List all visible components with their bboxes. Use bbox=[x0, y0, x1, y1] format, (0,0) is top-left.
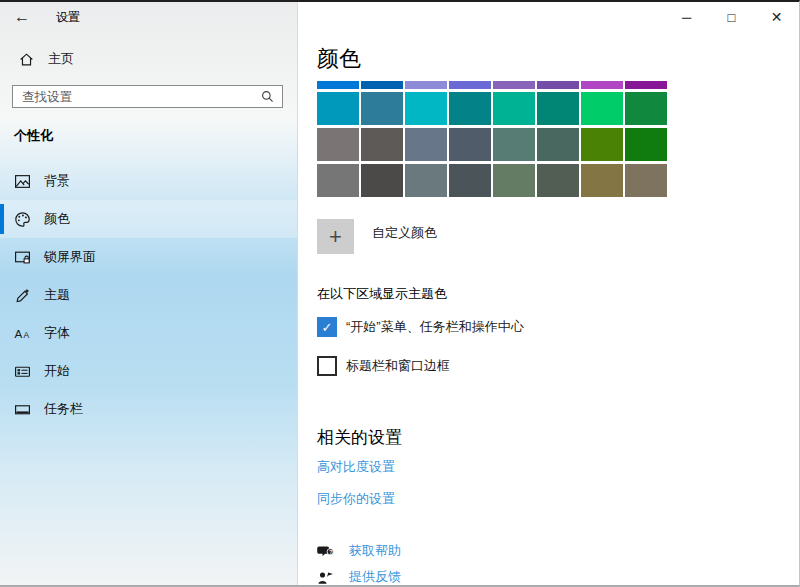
titlebar: ← 设置 bbox=[0, 2, 297, 32]
color-swatch[interactable] bbox=[625, 92, 667, 125]
color-swatch[interactable] bbox=[317, 128, 359, 161]
sidebar: ← 设置 主页 个性化 背景 bbox=[0, 2, 298, 585]
app-title: 设置 bbox=[56, 9, 80, 26]
search-box[interactable] bbox=[12, 85, 283, 108]
settings-window: ← 设置 主页 个性化 背景 bbox=[0, 0, 800, 587]
checkbox-titlebars[interactable]: ✓ bbox=[317, 356, 337, 376]
option-label: “开始”菜单、任务栏和操作中心 bbox=[346, 318, 524, 336]
lockscreen-icon bbox=[14, 249, 31, 266]
section-header-personalization: 个性化 bbox=[14, 127, 297, 145]
home-label: 主页 bbox=[48, 50, 74, 68]
accent-color-palette bbox=[317, 81, 669, 197]
color-swatch[interactable] bbox=[625, 128, 667, 161]
sidebar-item-label: 锁屏界面 bbox=[44, 248, 96, 266]
high-contrast-link[interactable]: 高对比度设置 bbox=[317, 458, 395, 476]
close-icon[interactable]: ✕ bbox=[754, 2, 799, 32]
color-swatch[interactable] bbox=[405, 92, 447, 125]
option-titlebars-borders[interactable]: ✓ 标题栏和窗口边框 bbox=[317, 356, 799, 376]
color-swatch[interactable] bbox=[317, 92, 359, 125]
selected-indicator bbox=[0, 204, 4, 234]
color-swatch[interactable] bbox=[361, 128, 403, 161]
color-swatch[interactable] bbox=[581, 164, 623, 197]
palette-icon bbox=[14, 211, 31, 228]
sidebar-item-background[interactable]: 背景 bbox=[0, 162, 297, 200]
sidebar-item-label: 任务栏 bbox=[44, 400, 83, 418]
search-input[interactable] bbox=[22, 90, 260, 104]
color-swatch[interactable] bbox=[449, 81, 491, 89]
color-swatch[interactable] bbox=[581, 128, 623, 161]
sidebar-nav: 背景 颜色 锁屏界面 主题 bbox=[0, 162, 297, 428]
color-swatch[interactable] bbox=[317, 164, 359, 197]
sync-settings-link[interactable]: 同步你的设置 bbox=[317, 490, 395, 508]
taskbar-icon bbox=[14, 401, 31, 418]
sidebar-item-label: 开始 bbox=[44, 362, 70, 380]
main-content: ─ □ ✕ 颜色 + 自定义颜色 在以下区域显示主题色 ✓ “开始”菜单、任务栏… bbox=[298, 2, 799, 585]
custom-color-label: 自定义颜色 bbox=[372, 224, 437, 242]
option-start-taskbar-actioncenter[interactable]: ✓ “开始”菜单、任务栏和操作中心 bbox=[317, 317, 799, 337]
color-swatch[interactable] bbox=[537, 81, 579, 89]
start-icon bbox=[14, 363, 31, 380]
sidebar-item-themes[interactable]: 主题 bbox=[0, 276, 297, 314]
color-swatch[interactable] bbox=[405, 128, 447, 161]
custom-color-row: + 自定义颜色 bbox=[317, 219, 799, 254]
color-swatch[interactable] bbox=[361, 164, 403, 197]
minimize-icon[interactable]: ─ bbox=[664, 2, 709, 32]
surfaces-heading: 在以下区域显示主题色 bbox=[317, 285, 799, 303]
color-swatch[interactable] bbox=[493, 164, 535, 197]
help-chat-icon: ? bbox=[317, 543, 334, 560]
color-swatch[interactable] bbox=[449, 128, 491, 161]
theme-icon bbox=[14, 287, 31, 304]
send-feedback-label: 提供反馈 bbox=[349, 568, 401, 585]
color-swatch[interactable] bbox=[625, 81, 667, 89]
search-icon[interactable] bbox=[260, 89, 275, 104]
color-swatch[interactable] bbox=[581, 81, 623, 89]
color-swatch[interactable] bbox=[493, 128, 535, 161]
checkbox-start-taskbar[interactable]: ✓ bbox=[317, 317, 337, 337]
sidebar-item-lockscreen[interactable]: 锁屏界面 bbox=[0, 238, 297, 276]
custom-color-button[interactable]: + bbox=[317, 219, 354, 254]
get-help-label: 获取帮助 bbox=[349, 542, 401, 560]
sidebar-item-label: 主题 bbox=[44, 286, 70, 304]
color-swatch[interactable] bbox=[449, 164, 491, 197]
home-icon bbox=[18, 51, 35, 68]
sidebar-item-label: 字体 bbox=[44, 324, 70, 342]
check-icon: ✓ bbox=[322, 320, 333, 335]
sidebar-item-start[interactable]: 开始 bbox=[0, 352, 297, 390]
color-swatch[interactable] bbox=[537, 164, 579, 197]
back-icon[interactable]: ← bbox=[14, 8, 44, 26]
option-label: 标题栏和窗口边框 bbox=[346, 357, 450, 375]
color-swatch[interactable] bbox=[361, 92, 403, 125]
sidebar-item-colors[interactable]: 颜色 bbox=[0, 200, 297, 238]
color-swatch[interactable] bbox=[361, 81, 403, 89]
sidebar-item-taskbar[interactable]: 任务栏 bbox=[0, 390, 297, 428]
sidebar-item-fonts[interactable]: AA 字体 bbox=[0, 314, 297, 352]
sidebar-item-label: 背景 bbox=[44, 172, 70, 190]
window-controls: ─ □ ✕ bbox=[664, 2, 799, 32]
sidebar-item-label: 颜色 bbox=[44, 210, 70, 228]
color-swatch[interactable] bbox=[581, 92, 623, 125]
color-swatch[interactable] bbox=[493, 81, 535, 89]
fonts-icon: AA bbox=[14, 325, 31, 342]
color-swatch[interactable] bbox=[493, 92, 535, 125]
sidebar-item-home[interactable]: 主页 bbox=[18, 46, 297, 72]
send-feedback-row[interactable]: 提供反馈 bbox=[317, 568, 799, 585]
help-block: ? 获取帮助 提供反馈 bbox=[317, 542, 799, 585]
color-swatch[interactable] bbox=[405, 81, 447, 89]
svg-text:?: ? bbox=[329, 549, 333, 555]
svg-text:A: A bbox=[15, 326, 23, 339]
feedback-icon bbox=[317, 569, 334, 586]
color-swatch[interactable] bbox=[405, 164, 447, 197]
color-swatch[interactable] bbox=[449, 92, 491, 125]
color-swatch[interactable] bbox=[537, 92, 579, 125]
get-help-row[interactable]: ? 获取帮助 bbox=[317, 542, 799, 560]
page-title: 颜色 bbox=[317, 44, 799, 74]
svg-text:A: A bbox=[24, 330, 30, 340]
related-settings-heading: 相关的设置 bbox=[317, 426, 799, 449]
color-swatch[interactable] bbox=[625, 164, 667, 197]
image-icon bbox=[14, 173, 31, 190]
maximize-icon[interactable]: □ bbox=[709, 2, 754, 32]
color-swatch[interactable] bbox=[317, 81, 359, 89]
color-swatch[interactable] bbox=[537, 128, 579, 161]
